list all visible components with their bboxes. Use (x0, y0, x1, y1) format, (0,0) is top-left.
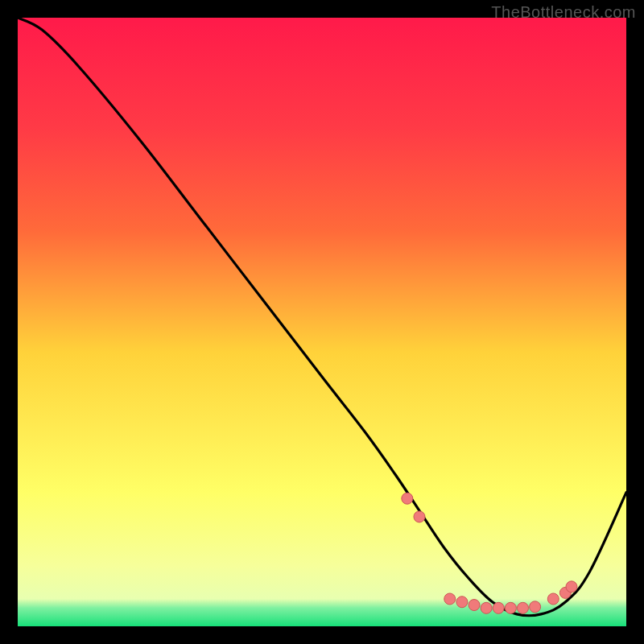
marker-point (481, 602, 492, 613)
plot-area (18, 18, 626, 626)
marker-point (517, 602, 528, 613)
gradient-background (18, 18, 626, 626)
marker-point (456, 597, 468, 608)
marker-point (547, 593, 559, 605)
marker-point (402, 493, 413, 504)
marker-point (414, 511, 425, 522)
marker-point (505, 602, 516, 613)
marker-point (493, 602, 504, 613)
marker-point (469, 600, 480, 611)
marker-point (530, 601, 541, 613)
chart-frame: TheBottleneck.com (0, 0, 644, 644)
marker-point (566, 581, 577, 592)
chart-svg (18, 18, 626, 626)
marker-point (444, 593, 456, 605)
